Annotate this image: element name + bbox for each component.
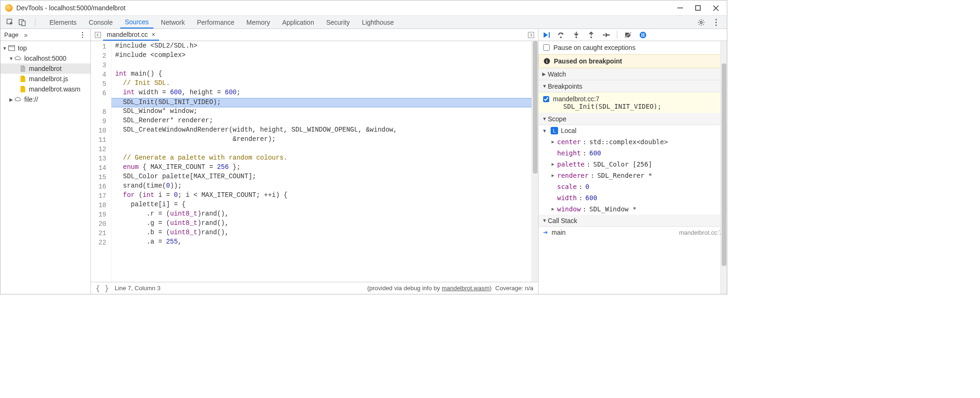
code-line[interactable]: SDL_Color palette[MAX_ITER_COUNT]; (111, 173, 531, 182)
resume-icon[interactable] (542, 31, 551, 39)
variable-name: width (557, 193, 577, 203)
separator (617, 31, 617, 39)
inspect-element-icon[interactable] (6, 18, 14, 27)
breakpoint-checkbox[interactable] (543, 96, 549, 102)
scope-variable[interactable]: ▶palette:SDL_Color [256] (538, 159, 727, 170)
navigator-page-tab[interactable]: Page (4, 31, 18, 38)
scope-variable[interactable]: ▶window:SDL_Window * (538, 203, 727, 215)
pause-on-caught-input[interactable] (543, 44, 550, 51)
tab-security[interactable]: Security (322, 16, 355, 28)
editor-tab-active[interactable]: mandelbrot.cc × (103, 29, 159, 41)
tab-application[interactable]: Application (277, 16, 319, 28)
code-line[interactable]: #include <complex> (111, 51, 531, 61)
tree-file-scheme[interactable]: ▶ file:// (0, 94, 90, 105)
tree-label: localhost:5000 (24, 55, 66, 62)
tab-elements[interactable]: Elements (45, 16, 81, 28)
code-line[interactable]: .r = (uint8_t)rand(), (111, 210, 531, 219)
code-line[interactable]: for (int i = 0; i < MAX_ITER_COUNT; ++i)… (111, 191, 531, 201)
pretty-print-icon[interactable]: { } (96, 284, 109, 293)
navigator-more-icon[interactable]: » (24, 31, 28, 39)
pause-on-exceptions-icon[interactable] (639, 31, 647, 39)
code-line[interactable]: .a = 255, (111, 238, 531, 247)
device-toolbar-icon[interactable] (18, 18, 27, 27)
code-line[interactable]: SDL_Renderer* renderer; (111, 117, 531, 126)
deactivate-breakpoints-icon[interactable] (624, 31, 632, 39)
tab-memory[interactable]: Memory (242, 16, 275, 28)
code-line[interactable]: .b = (uint8_t)rand(), (111, 229, 531, 238)
tree-label: mandelbrot.js (29, 75, 68, 83)
tree-top-frame[interactable]: ▼ top (0, 43, 90, 53)
step-icon[interactable] (602, 31, 610, 39)
tab-sources[interactable]: Sources (120, 16, 153, 28)
tree-file-mandelbrot-js[interactable]: mandelbrot.js (0, 74, 90, 84)
code-line[interactable] (111, 145, 531, 154)
pause-on-caught-checkbox[interactable]: Pause on caught exceptions (538, 41, 727, 54)
nav-forward-icon[interactable] (526, 32, 536, 38)
line-number-gutter[interactable]: 12345678910111213141516171819202122 (91, 41, 111, 282)
step-over-icon[interactable] (557, 31, 566, 39)
devtools-tabbar: Elements Console Sources Network Perform… (0, 16, 727, 29)
variable-value: std::complex<double> (589, 137, 668, 147)
svg-point-20 (575, 36, 577, 38)
code-line[interactable]: .g = (uint8_t)rand(), (111, 219, 531, 229)
kebab-menu-icon[interactable] (712, 18, 720, 27)
code-line[interactable]: // Init SDL. (111, 79, 531, 89)
nav-back-icon[interactable] (93, 32, 103, 38)
editor-scrollbar[interactable] (531, 41, 538, 282)
tree-file-mandelbrot[interactable]: mandelbrot (0, 63, 90, 74)
tab-lighthouse[interactable]: Lighthouse (357, 16, 399, 28)
code-line[interactable]: &renderer); (111, 135, 531, 145)
chevron-right-icon: ▶ (9, 97, 14, 102)
maximize-button[interactable] (694, 4, 702, 12)
tree-label: mandelbrot.wasm (29, 85, 81, 93)
code-line[interactable]: SDL_Window* window; (111, 107, 531, 117)
code-line[interactable]: SDL_CreateWindowAndRenderer(width, heigh… (111, 126, 531, 135)
close-tab-icon[interactable]: × (152, 31, 155, 38)
close-button[interactable] (712, 4, 719, 12)
tab-performance[interactable]: Performance (192, 16, 239, 28)
code-line[interactable]: enum { MAX_ITER_COUNT = 256 }; (111, 163, 531, 173)
scrollbar-thumb[interactable] (722, 63, 726, 266)
tree-file-mandelbrot-wasm[interactable]: mandelbrot.wasm (0, 84, 90, 94)
watch-section-header[interactable]: ▶ Watch (538, 68, 727, 80)
scope-variable[interactable]: ▶renderer:SDL_Renderer * (538, 170, 727, 181)
code-line[interactable]: palette[i] = { (111, 201, 531, 210)
settings-gear-icon[interactable] (697, 18, 705, 27)
code-line[interactable] (111, 61, 531, 70)
code-editor[interactable]: #include <SDL2/SDL.h>#include <complex>i… (111, 41, 531, 282)
breakpoints-section-header[interactable]: ▼ Breakpoints (538, 80, 727, 92)
callstack-frame[interactable]: ➔ main mandelbrot.cc:7 (538, 227, 727, 238)
frame-icon (8, 44, 15, 52)
svg-rect-26 (642, 33, 642, 37)
step-out-icon[interactable] (587, 31, 595, 39)
scope-variable[interactable]: ▶center:std::complex<double> (538, 136, 727, 147)
code-line[interactable]: SDL_Init(SDL_INIT_VIDEO); (111, 98, 531, 107)
scope-variables: ▶center:std::complex<double>height:600▶p… (538, 136, 727, 215)
callstack-section-header[interactable]: ▼ Call Stack (538, 215, 727, 227)
debugger-scrollbar[interactable] (720, 41, 727, 294)
scope-variable[interactable]: width:600 (538, 192, 727, 203)
code-line[interactable]: // Generate a palette with random colour… (111, 154, 531, 163)
tab-console[interactable]: Console (84, 16, 117, 28)
section-label: Breakpoints (548, 83, 582, 90)
navigator-kebab-icon[interactable] (78, 31, 87, 39)
minimize-button[interactable] (676, 4, 684, 12)
scope-section-header[interactable]: ▼ Scope (538, 113, 727, 125)
debug-info-link[interactable]: mandelbrot.wasm (442, 285, 490, 292)
tab-network[interactable]: Network (156, 16, 189, 28)
local-badge-icon: L (551, 127, 558, 134)
code-line[interactable]: int main() { (111, 70, 531, 79)
file-tree: ▼ top ▼ localhost:5000 mandelbrot mandel… (0, 41, 90, 294)
scope-variable[interactable]: scale:0 (538, 181, 727, 192)
step-into-icon[interactable] (572, 31, 580, 39)
breakpoint-item[interactable]: mandelbrot.cc:7 SDL_Init(SDL_INIT_VIDEO)… (538, 92, 727, 113)
scrollbar-thumb[interactable] (533, 41, 538, 174)
cloud-icon (14, 55, 22, 62)
code-line[interactable]: int width = 600, height = 600; (111, 89, 531, 98)
code-line[interactable]: #include <SDL2/SDL.h> (111, 42, 531, 51)
tree-host[interactable]: ▼ localhost:5000 (0, 53, 90, 63)
scope-local-header[interactable]: ▼ L Local (538, 125, 727, 136)
scope-variable[interactable]: height:600 (538, 147, 727, 159)
svg-text:i: i (546, 59, 548, 64)
code-line[interactable]: srand(time(0)); (111, 182, 531, 191)
